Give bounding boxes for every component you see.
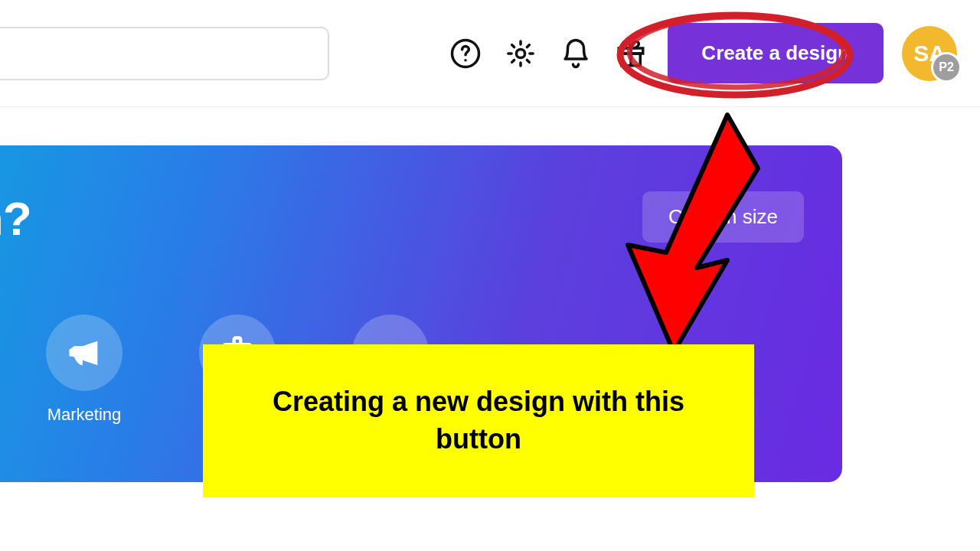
svg-point-1 (465, 59, 468, 62)
gift-icon[interactable] (612, 35, 649, 72)
avatar[interactable]: SA P2 (902, 26, 957, 81)
category-marketing[interactable]: Marketing (46, 315, 122, 425)
gear-icon[interactable] (502, 35, 539, 72)
create-design-button[interactable]: Create a design (668, 23, 884, 83)
help-icon[interactable] (447, 35, 484, 72)
search-input[interactable] (0, 27, 329, 80)
avatar-badge: P2 (931, 52, 962, 83)
bell-icon[interactable] (557, 35, 594, 72)
megaphone-icon (46, 315, 122, 391)
top-header: Create a design SA P2 (0, 0, 980, 107)
annotation-caption-box: Creating a new design with this button (203, 344, 754, 497)
category-label: Marketing (47, 405, 122, 425)
custom-size-button[interactable]: Custom size (642, 191, 804, 243)
annotation-caption: Creating a new design with this button (249, 383, 708, 458)
svg-point-2 (517, 49, 525, 57)
